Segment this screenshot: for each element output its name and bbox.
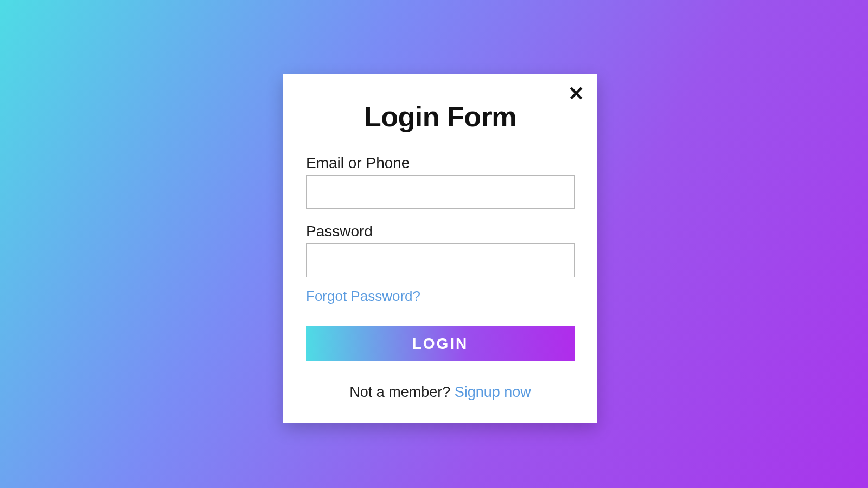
email-label: Email or Phone [306, 155, 575, 172]
email-field-group: Email or Phone [306, 155, 575, 209]
password-input[interactable] [306, 243, 575, 277]
signup-prompt: Not a member? [349, 384, 455, 400]
forgot-password-link[interactable]: Forgot Password? [306, 288, 420, 305]
password-label: Password [306, 223, 575, 240]
modal-title: Login Form [306, 100, 575, 133]
signup-link[interactable]: Signup now [455, 384, 531, 400]
login-modal: ✕ Login Form Email or Phone Password For… [283, 74, 597, 423]
close-icon: ✕ [568, 82, 584, 105]
close-button[interactable]: ✕ [568, 84, 584, 104]
login-button[interactable]: LOGIN [306, 326, 575, 361]
email-input[interactable] [306, 175, 575, 209]
signup-row: Not a member? Signup now [306, 384, 575, 401]
password-field-group: Password [306, 223, 575, 277]
